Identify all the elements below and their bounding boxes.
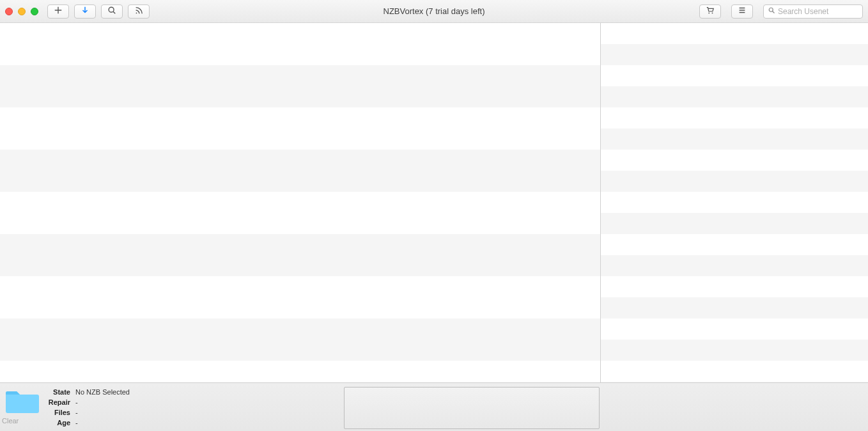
repair-label: Repair [43, 397, 75, 407]
svg-point-0 [109, 7, 114, 12]
list-row [0, 150, 600, 192]
list-row [0, 276, 600, 318]
svg-point-3 [769, 8, 773, 12]
svg-point-2 [712, 13, 713, 14]
list-row [601, 213, 868, 234]
age-value: - [75, 418, 78, 428]
list-row [601, 192, 868, 213]
list-row [601, 340, 868, 361]
details-grid: State No NZB Selected Repair - Files - A… [43, 383, 130, 428]
clear-label: Clear [1, 417, 43, 425]
list-row [601, 297, 868, 318]
list-row [601, 23, 868, 44]
list-row [0, 234, 600, 276]
add-button[interactable] [47, 4, 69, 19]
search-input[interactable] [778, 7, 858, 16]
list-row [601, 65, 868, 86]
list-row [0, 107, 600, 150]
cart-icon [706, 6, 715, 17]
list-row [601, 129, 868, 150]
minimize-window-button[interactable] [18, 8, 26, 15]
state-value: No NZB Selected [75, 387, 130, 397]
plus-icon [54, 6, 63, 17]
content-area [0, 23, 868, 382]
list-row [601, 276, 868, 297]
rss-icon [134, 6, 143, 17]
download-button[interactable] [74, 4, 96, 19]
list-row [0, 65, 600, 107]
list-row [601, 171, 868, 192]
list-row [601, 234, 868, 255]
repair-value: - [75, 397, 78, 407]
age-label: Age [43, 418, 75, 428]
clear-folder-block[interactable]: Clear [0, 383, 43, 425]
list-row [601, 255, 868, 276]
list-row [0, 318, 600, 361]
search-small-icon [768, 6, 775, 16]
files-label: Files [43, 407, 75, 418]
search-input-wrapper[interactable] [763, 4, 863, 19]
side-panel-list[interactable] [601, 23, 868, 382]
search-icon [107, 6, 116, 17]
rss-button[interactable] [128, 4, 150, 19]
search-button[interactable] [101, 4, 123, 19]
files-value: - [75, 407, 78, 418]
detail-panel: Clear State No NZB Selected Repair - Fil… [0, 382, 868, 431]
list-row [0, 361, 600, 382]
cart-button[interactable] [699, 4, 721, 19]
title-bar: NZBVortex (7 trial days left) [0, 0, 868, 23]
list-row [601, 150, 868, 171]
window-controls [5, 8, 38, 15]
speed-chart [344, 387, 600, 429]
download-queue-list[interactable] [0, 23, 601, 382]
list-row [0, 23, 600, 65]
list-row [601, 86, 868, 107]
hamburger-icon [738, 6, 747, 17]
list-row [601, 382, 868, 382]
folder-icon [4, 387, 41, 415]
download-arrow-icon [81, 6, 89, 17]
list-row [601, 318, 868, 340]
list-row [601, 44, 868, 65]
list-row [601, 107, 868, 129]
menu-button[interactable] [731, 4, 753, 19]
svg-point-1 [708, 13, 709, 14]
maximize-window-button[interactable] [31, 8, 38, 15]
list-row [0, 192, 600, 234]
list-row [601, 361, 868, 382]
state-label: State [43, 387, 75, 397]
close-window-button[interactable] [5, 8, 13, 15]
